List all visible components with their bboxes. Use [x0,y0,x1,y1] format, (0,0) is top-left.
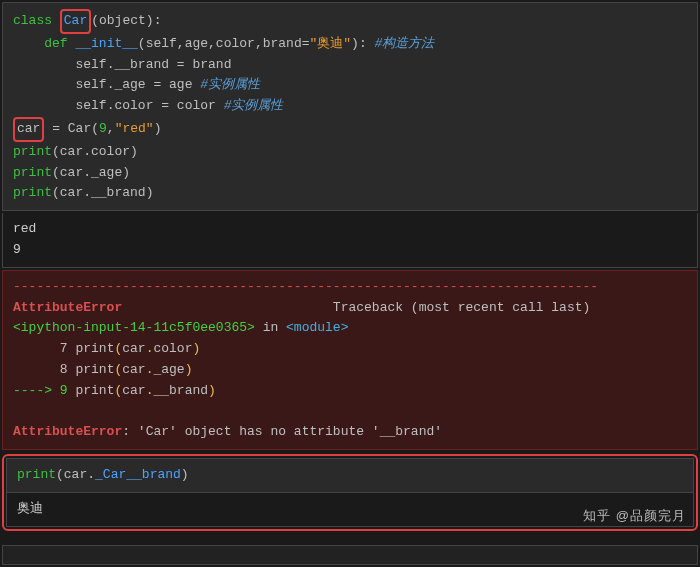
error-traceback: ----------------------------------------… [2,270,698,450]
empty-cell[interactable] [2,545,698,565]
code-cell-1[interactable]: class Car(object): def __init__(self,age… [2,2,698,211]
code-content-2: print(car._Car__brand) [17,465,683,486]
watermark: 知乎 @品颜完月 [583,506,686,527]
code-cell-2[interactable]: print(car._Car__brand) [6,458,694,493]
error-text: ----------------------------------------… [13,277,687,443]
highlight-class-name: Car [60,9,91,34]
highlight-var-name: car [13,117,44,142]
stdout-text: red 9 [13,219,687,261]
output-cell-1: red 9 [2,213,698,268]
code-content: class Car(object): def __init__(self,age… [13,9,687,204]
